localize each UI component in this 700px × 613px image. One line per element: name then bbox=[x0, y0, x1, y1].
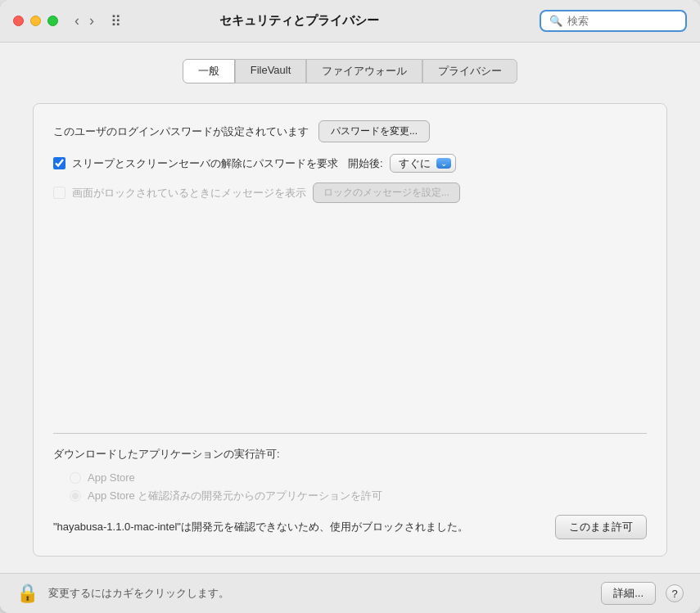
lock-icon[interactable]: 🔒 bbox=[16, 583, 38, 604]
radio-appstore bbox=[70, 472, 81, 484]
radio-appstore-label: App Store bbox=[88, 471, 135, 484]
screensaver-row: スリープとスクリーンセーバの解除にパスワードを要求 開始後: すぐに 5分後 1… bbox=[53, 154, 647, 173]
lock-message-row: 画面がロックされているときにメッセージを表示 ロックのメッセージを設定... bbox=[53, 183, 647, 203]
screensaver-label: スリープとスクリーンセーバの解除にパスワードを要求 bbox=[72, 156, 338, 171]
footer: 🔒 変更するにはカギをクリックします。 詳細... ? bbox=[0, 573, 700, 613]
top-section: このユーザのログインパスワードが設定されています パスワードを変更... スリー… bbox=[53, 120, 647, 420]
search-input[interactable] bbox=[567, 15, 677, 27]
tab-bar: 一般 FileVault ファイアウォール プライバシー bbox=[33, 59, 667, 83]
blocked-text: "hayabusa-1.1.0-mac-intel"は開発元を確認できないため、… bbox=[53, 519, 542, 535]
titlebar: ‹ › ⠿ セキュリティとプライバシー 🔍 bbox=[0, 0, 700, 43]
start-after-select-wrapper: すぐに 5分後 15分後 ⌄ bbox=[390, 154, 456, 173]
minimize-button[interactable] bbox=[30, 16, 41, 26]
radio-appstore-row: App Store bbox=[70, 471, 647, 484]
tab-privacy[interactable]: プライバシー bbox=[422, 59, 517, 83]
section-divider bbox=[53, 433, 647, 434]
change-password-button[interactable]: パスワードを変更... bbox=[318, 120, 430, 142]
radio-group: App Store App Store と確認済みの開発元からのアプリケーション… bbox=[70, 471, 647, 503]
radio-appstore-dev-row: App Store と確認済みの開発元からのアプリケーションを許可 bbox=[70, 489, 647, 503]
maximize-button[interactable] bbox=[47, 16, 58, 26]
tab-filevault[interactable]: FileVault bbox=[235, 59, 307, 83]
password-label: このユーザのログインパスワードが設定されています bbox=[53, 124, 309, 139]
blocked-msg-row: "hayabusa-1.1.0-mac-intel"は開発元を確認できないため、… bbox=[53, 515, 647, 539]
bottom-section: ダウンロードしたアプリケーションの実行許可: App Store App Sto… bbox=[53, 447, 647, 539]
radio-appstore-dev-label: App Store と確認済みの開発元からのアプリケーションを許可 bbox=[88, 489, 382, 503]
details-button[interactable]: 詳細... bbox=[601, 582, 656, 605]
footer-lock-text: 変更するにはカギをクリックします。 bbox=[48, 586, 591, 601]
lock-message-checkbox bbox=[53, 187, 65, 199]
content-area: このユーザのログインパスワードが設定されています パスワードを変更... スリー… bbox=[33, 103, 667, 557]
start-after-label: 開始後: bbox=[348, 156, 383, 171]
allow-anyway-button[interactable]: このまま許可 bbox=[555, 515, 647, 539]
window: ‹ › ⠿ セキュリティとプライバシー 🔍 一般 FileVault ファイアウ… bbox=[0, 0, 700, 613]
tab-firewall[interactable]: ファイアウォール bbox=[306, 59, 422, 83]
lock-message-button: ロックのメッセージを設定... bbox=[313, 183, 460, 203]
close-button[interactable] bbox=[13, 16, 24, 26]
start-after-select[interactable]: すぐに 5分後 15分後 bbox=[390, 154, 456, 173]
traffic-lights bbox=[13, 16, 58, 26]
start-after-container: 開始後: すぐに 5分後 15分後 ⌄ bbox=[348, 154, 456, 173]
radio-appstore-dev bbox=[70, 490, 81, 502]
search-box: 🔍 bbox=[540, 10, 687, 32]
tab-general[interactable]: 一般 bbox=[183, 59, 235, 83]
password-row: このユーザのログインパスワードが設定されています パスワードを変更... bbox=[53, 120, 647, 142]
download-label: ダウンロードしたアプリケーションの実行許可: bbox=[53, 447, 647, 462]
window-title: セキュリティとプライバシー bbox=[65, 13, 533, 29]
main-content: 一般 FileVault ファイアウォール プライバシー このユーザのログインパ… bbox=[0, 43, 700, 573]
screensaver-checkbox[interactable] bbox=[53, 157, 65, 169]
help-button[interactable]: ? bbox=[666, 584, 684, 602]
search-icon: 🔍 bbox=[549, 15, 562, 27]
lock-message-label: 画面がロックされているときにメッセージを表示 bbox=[72, 186, 306, 201]
